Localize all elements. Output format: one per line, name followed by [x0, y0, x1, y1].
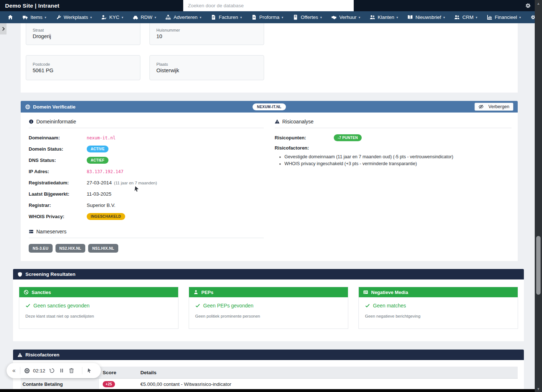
- nav-item-crm[interactable]: CRM ▾: [449, 11, 482, 23]
- risk-analysis-title: Risicoanalyse: [275, 117, 512, 128]
- field-value: 10: [156, 33, 264, 39]
- vertical-scrollbar[interactable]: ▲ ▼: [535, 0, 542, 392]
- global-search: [183, 0, 354, 11]
- risk-analysis-column: Risicoanalyse Risicopunten: -7 PUNTEN Ri…: [275, 117, 512, 167]
- app-title: Demo Site | Intranet: [0, 3, 59, 9]
- negative-media-card: Negatieve Media Geen matches Geen negati…: [358, 287, 518, 329]
- sitemap-icon: [165, 15, 171, 20]
- search-input[interactable]: [183, 0, 354, 11]
- nav-label: KYC: [109, 15, 119, 20]
- postcode-field[interactable]: Postcode 5061 PG: [26, 55, 140, 80]
- sidebar-expand-toggle[interactable]: [0, 23, 7, 34]
- nav-item-financieel[interactable]: Financieel ▾: [482, 11, 526, 23]
- screening-body: Sancties Geen sancties gevonden Deze kla…: [13, 279, 524, 341]
- caret-down-icon: ▾: [122, 16, 123, 19]
- nav-label: Verhuur: [339, 15, 356, 20]
- score-badge: +25: [103, 381, 115, 387]
- peps-result: Geen PEPs gevonden: [195, 303, 342, 309]
- caret-down-icon: ▾: [359, 16, 361, 19]
- nav-label: CRM: [462, 15, 473, 20]
- risk-points-badge: -7 PUNTEN: [334, 134, 362, 141]
- info-row-dns-status: DNS Status: ACTIEF: [29, 156, 264, 164]
- trash-icon[interactable]: [69, 368, 74, 373]
- caret-down-icon: ▾: [476, 16, 477, 19]
- risk-factors-header: Risicofactoren: [13, 350, 524, 360]
- divider: [82, 367, 82, 374]
- title-bar: Demo Site | Intranet: [0, 0, 542, 11]
- nav-item-proforma[interactable]: Proforma ▾: [247, 11, 288, 23]
- window-bottom-edge: [0, 389, 542, 392]
- address-card: Straat Drogerij Huisnummer 10 Postcode 5…: [21, 23, 518, 93]
- nav-label: Offertes: [301, 15, 318, 20]
- domain-card-header: Domein Verificatie NEXUM-IT.NL Verbergen: [21, 101, 518, 113]
- nav-item-offertes[interactable]: Offertes ▾: [288, 11, 327, 23]
- scrollbar-thumb[interactable]: [536, 236, 541, 295]
- nav-label: Facturen: [219, 15, 238, 20]
- nav-item-nieuwsbrief[interactable]: Nieuwsbrief ▾: [403, 11, 449, 23]
- scroll-down-arrow[interactable]: ▼: [535, 386, 542, 391]
- table-row: Contante Betaling +25 €5.000,00 contant …: [21, 379, 518, 390]
- check-icon: [195, 303, 200, 308]
- info-row-ip: IP Adres: 83.137.192.147: [29, 168, 264, 175]
- negative-media-note: Geen negatieve berichtgeving: [365, 314, 512, 318]
- field-value: Oisterwijk: [156, 68, 264, 73]
- nav-item-facturen[interactable]: Facturen ▾: [206, 11, 247, 23]
- wrench-icon: [56, 15, 61, 20]
- settings-gear-icon[interactable]: [525, 3, 531, 9]
- chart-icon: [487, 15, 492, 20]
- peps-note: Geen politiek prominente personen: [195, 314, 342, 318]
- book-icon: [407, 15, 413, 20]
- nav-label: Proforma: [259, 15, 280, 20]
- tablet-icon: [293, 15, 298, 20]
- whois-privacy-badge: INGESCHAKELD: [87, 213, 125, 220]
- collapse-icon[interactable]: «: [12, 367, 16, 374]
- hide-button[interactable]: Verbergen: [475, 103, 513, 111]
- user-icon: [193, 290, 198, 295]
- nav-label: RDW: [141, 15, 152, 20]
- restart-icon[interactable]: [49, 368, 55, 373]
- sanctions-result: Geen sancties gevonden: [25, 303, 172, 309]
- domain-age-note: (11 jaar en 7 maanden): [114, 181, 157, 185]
- divider: [29, 238, 264, 238]
- nav-label: Klanten: [378, 15, 394, 20]
- plaats-field[interactable]: Plaats Oisterwijk: [149, 55, 264, 80]
- status-badge-dns: ACTIEF: [87, 157, 108, 164]
- nav-item-items[interactable]: Items ▾: [18, 11, 51, 23]
- info-row-registrar: Registrar: Superior B.V.: [29, 201, 264, 209]
- mouse-cursor: [134, 186, 140, 192]
- nav-item-klanten[interactable]: Klanten ▾: [365, 11, 403, 23]
- nav-label: Werkplaats: [64, 15, 88, 20]
- main-nav: Items ▾ Werkplaats ▾ KYC ▾ RDW ▾ Adverte…: [0, 11, 542, 23]
- field-value: Drogerij: [33, 33, 140, 39]
- field-label: Postcode: [33, 62, 140, 66]
- nav-item-werkplaats[interactable]: Werkplaats ▾: [51, 11, 97, 23]
- divider: [29, 128, 264, 128]
- nav-item-kyc[interactable]: KYC ▾: [97, 11, 128, 23]
- domain-name-value: nexum-it.nl: [87, 135, 115, 140]
- status-badge-active: ACTIVE: [87, 146, 108, 152]
- caret-down-icon: ▾: [155, 16, 156, 19]
- info-row-domein-status: Domein Status: ACTIVE: [29, 145, 264, 153]
- scroll-up-arrow[interactable]: ▲: [535, 1, 542, 6]
- server-icon: [29, 229, 34, 234]
- info-row-registratiedatum: Registratiedatum: 27-03-2014 (11 jaar en…: [29, 179, 264, 187]
- domain-card-title: Domein Verificatie: [33, 104, 75, 110]
- warning-icon: [17, 352, 22, 358]
- huisnummer-field[interactable]: Huisnummer 10: [149, 23, 264, 45]
- negative-media-card-header: Negatieve Media: [359, 287, 518, 297]
- nameservers-title: Nameservers: [29, 227, 264, 238]
- divider: [20, 367, 20, 374]
- straat-field[interactable]: Straat Drogerij: [26, 23, 140, 45]
- divider: [275, 128, 512, 128]
- nav-item-verhuur[interactable]: Verhuur ▾: [327, 11, 365, 23]
- field-label: Plaats: [156, 62, 264, 66]
- nav-label: Items: [30, 15, 42, 20]
- nav-item-rdw[interactable]: RDW ▾: [128, 11, 161, 23]
- pause-icon[interactable]: [59, 368, 65, 373]
- newspaper-icon: [363, 290, 368, 295]
- cursor-tool-icon[interactable]: [87, 368, 92, 373]
- nav-label: Adverteren: [173, 15, 197, 20]
- nav-item-adverteren[interactable]: Adverteren ▾: [161, 11, 206, 23]
- nav-item-home[interactable]: [3, 11, 18, 23]
- record-icon[interactable]: [24, 368, 30, 374]
